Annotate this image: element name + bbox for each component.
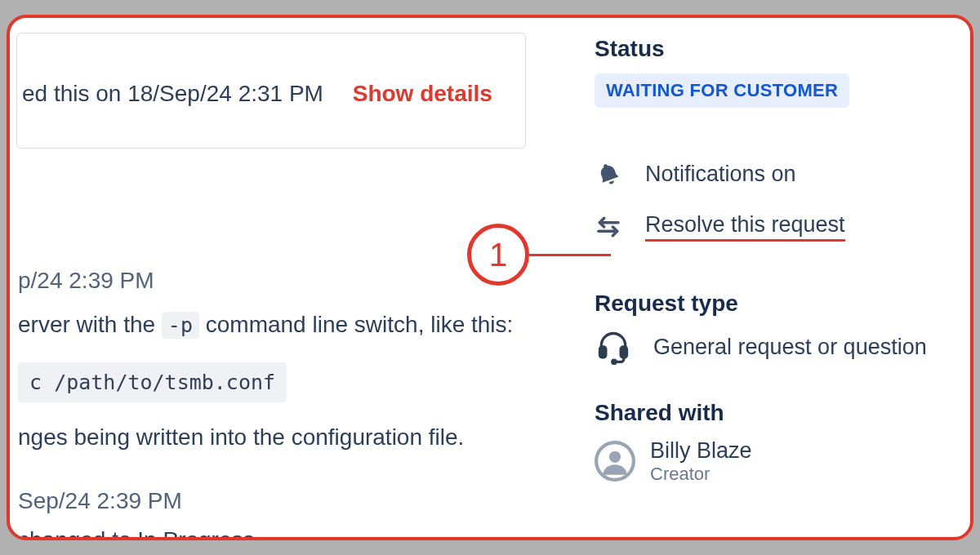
activity-timestamp: Sep/24 2:39 PM bbox=[18, 488, 182, 514]
shared-user-info: Billy Blaze Creator bbox=[650, 437, 752, 485]
request-type-row[interactable]: General request or question bbox=[595, 328, 946, 366]
ticket-sidebar: Status WAITING FOR CUSTOMER Notification… bbox=[595, 18, 970, 537]
notifications-toggle[interactable]: Notifications on bbox=[595, 160, 946, 188]
shared-with-user[interactable]: Billy Blaze Creator bbox=[595, 437, 946, 485]
svg-point-6 bbox=[609, 451, 621, 463]
activity-code-block: c /path/to/tsmb.conf bbox=[18, 362, 287, 402]
text-fragment: erver with the bbox=[18, 312, 155, 337]
resolve-request-label: Resolve this request bbox=[645, 212, 845, 242]
activity-body-line: nges being written into the configuratio… bbox=[18, 424, 464, 451]
shared-user-role: Creator bbox=[650, 464, 752, 485]
text-fragment: command line switch, like this: bbox=[206, 312, 514, 337]
annotated-screenshot-frame: ed this on 18/Sep/24 2:31 PM Show detail… bbox=[7, 15, 973, 540]
svg-rect-2 bbox=[600, 347, 606, 357]
code-block: c /path/to/tsmb.conf bbox=[18, 362, 287, 402]
shared-with-heading: Shared with bbox=[595, 400, 946, 426]
swap-arrows-icon bbox=[595, 213, 622, 241]
show-details-link[interactable]: Show details bbox=[353, 81, 492, 106]
headset-icon bbox=[595, 328, 632, 366]
code-fragment: c bbox=[29, 371, 42, 394]
notifications-label: Notifications on bbox=[645, 162, 796, 187]
status-badge[interactable]: WAITING FOR CUSTOMER bbox=[595, 73, 849, 108]
svg-rect-3 bbox=[621, 347, 626, 357]
activity-timestamp: p/24 2:39 PM bbox=[18, 268, 154, 294]
code-path: /path/to/tsmb.conf bbox=[54, 371, 275, 394]
annotation-marker-1: 1 bbox=[467, 224, 529, 286]
shared-user-name: Billy Blaze bbox=[650, 437, 752, 464]
svg-point-4 bbox=[612, 360, 616, 363]
avatar-icon bbox=[595, 441, 635, 482]
annotation-connector-line bbox=[529, 254, 611, 256]
inline-code-flag: -p bbox=[162, 312, 199, 339]
activity-card: ed this on 18/Sep/24 2:31 PM Show detail… bbox=[16, 33, 526, 149]
request-type-value: General request or question bbox=[653, 335, 927, 360]
activity-body-line: erver with the -p command line switch, l… bbox=[18, 312, 513, 338]
bell-icon bbox=[595, 160, 622, 188]
status-heading: Status bbox=[595, 36, 946, 62]
activity-status-change: changed to In Progress. bbox=[18, 527, 261, 540]
annotation-number: 1 bbox=[489, 237, 507, 273]
activity-card-text: ed this on 18/Sep/24 2:31 PM bbox=[22, 81, 323, 106]
request-type-heading: Request type bbox=[595, 291, 946, 317]
resolve-request-button[interactable]: Resolve this request bbox=[595, 212, 946, 242]
